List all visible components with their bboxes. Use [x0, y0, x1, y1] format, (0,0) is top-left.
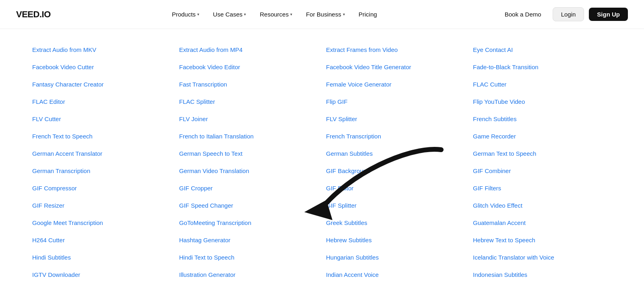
list-item[interactable]: Fantasy Character Creator — [28, 76, 175, 93]
list-item[interactable]: GIF Combiner — [469, 162, 616, 179]
list-item[interactable]: Game Recorder — [469, 128, 616, 145]
list-item[interactable]: Facebook Video Cutter — [28, 58, 175, 76]
nav-item-resources[interactable]: Resources▾ — [254, 8, 298, 21]
nav-item-products[interactable]: Products▾ — [166, 8, 205, 21]
list-item[interactable]: French Subtitles — [469, 110, 616, 128]
list-item[interactable]: Facebook Video Title Generator — [322, 58, 469, 76]
list-item[interactable]: Flip YouTube Video — [469, 93, 616, 110]
list-item[interactable]: German Accent Translator — [28, 145, 175, 162]
list-item[interactable]: GIF Filters — [469, 179, 616, 197]
list-item[interactable]: Hebrew Text to Speech — [469, 231, 616, 249]
list-item[interactable]: GIF Cropper — [175, 179, 322, 197]
list-item[interactable]: GIF Compressor — [28, 179, 175, 197]
list-item[interactable]: Eye Contact AI — [469, 41, 616, 58]
nav-item-pricing[interactable]: Pricing — [353, 8, 383, 21]
list-item[interactable]: GIF Splitter — [322, 197, 469, 214]
list-item[interactable]: Extract Frames from Video — [322, 41, 469, 58]
list-item[interactable]: GIF Background — [322, 162, 469, 179]
list-item[interactable]: GIF Editor — [322, 179, 469, 197]
login-button[interactable]: Login — [553, 7, 584, 21]
chevron-down-icon: ▾ — [290, 12, 292, 16]
header: VEED.IO Products▾Use Cases▾Resources▾For… — [0, 0, 644, 29]
list-item[interactable]: Hungarian Subtitles — [322, 249, 469, 266]
list-item[interactable]: Google Meet Transcription — [28, 214, 175, 231]
list-item[interactable]: Guatemalan Accent — [469, 214, 616, 231]
list-item[interactable]: IGTV Downloader — [28, 266, 175, 283]
list-item[interactable]: Illustration Generator — [175, 266, 322, 283]
list-item[interactable]: Female Voice Generator — [322, 76, 469, 93]
list-item[interactable]: FLAC Editor — [28, 93, 175, 110]
grid-column-4: Eye Contact AIFade-to-Black TransitionFL… — [469, 41, 616, 283]
nav-item-for-business[interactable]: For Business▾ — [300, 8, 351, 21]
main-nav: Products▾Use Cases▾Resources▾For Busines… — [166, 8, 383, 21]
list-item[interactable]: Hebrew Subtitles — [322, 231, 469, 249]
list-item[interactable]: FLAC Splitter — [175, 93, 322, 110]
list-item[interactable]: Facebook Video Editor — [175, 58, 322, 76]
list-item[interactable]: Extract Audio from MP4 — [175, 41, 322, 58]
nav-item-label: Products — [172, 11, 196, 18]
list-item[interactable]: FLV Cutter — [28, 110, 175, 128]
list-item[interactable]: Extract Audio from MKV — [28, 41, 175, 58]
list-item[interactable]: Hindi Text to Speech — [175, 249, 322, 266]
nav-item-label: Use Cases — [213, 11, 242, 18]
list-item[interactable]: Fast Transcription — [175, 76, 322, 93]
list-item[interactable]: Icelandic Translator with Voice — [469, 249, 616, 266]
main-content: Extract Audio from MKVFacebook Video Cut… — [0, 29, 644, 295]
list-item[interactable]: H264 Cutter — [28, 231, 175, 249]
list-item[interactable]: German Speech to Text — [175, 145, 322, 162]
list-item[interactable]: Fade-to-Black Transition — [469, 58, 616, 76]
list-item[interactable]: German Video Translation — [175, 162, 322, 179]
list-item[interactable]: Indian Accent Voice — [322, 266, 469, 283]
list-item[interactable]: Greek Subtitles — [322, 214, 469, 231]
list-item[interactable]: French Transcription — [322, 128, 469, 145]
list-item[interactable]: GIF Resizer — [28, 197, 175, 214]
grid-column-1: Extract Audio from MKVFacebook Video Cut… — [28, 41, 175, 283]
list-item[interactable]: Glitch Video Effect — [469, 197, 616, 214]
book-demo-button[interactable]: Book a Demo — [498, 8, 548, 21]
list-item[interactable]: GIF Speed Changer — [175, 197, 322, 214]
signup-button[interactable]: Sign Up — [589, 8, 628, 21]
grid-column-3: Extract Frames from VideoFacebook Video … — [322, 41, 469, 283]
list-item[interactable]: GoToMeeting Transcription — [175, 214, 322, 231]
logo: VEED.IO — [16, 9, 51, 20]
list-item[interactable]: FLV Splitter — [322, 110, 469, 128]
list-item[interactable]: German Text to Speech — [469, 145, 616, 162]
list-item[interactable]: Indonesian Subtitles — [469, 266, 616, 283]
nav-item-label: For Business — [306, 11, 341, 18]
list-item[interactable]: Hindi Subtitles — [28, 249, 175, 266]
chevron-down-icon: ▾ — [244, 12, 246, 16]
list-item[interactable]: German Subtitles — [322, 145, 469, 162]
list-item[interactable]: Hashtag Generator — [175, 231, 322, 249]
nav-item-use-cases[interactable]: Use Cases▾ — [207, 8, 252, 21]
list-item[interactable]: Flip GIF — [322, 93, 469, 110]
header-actions: Book a Demo Login Sign Up — [498, 7, 628, 21]
chevron-down-icon: ▾ — [343, 12, 345, 16]
list-item[interactable]: German Transcription — [28, 162, 175, 179]
nav-item-label: Pricing — [359, 11, 377, 18]
list-item[interactable]: FLV Joiner — [175, 110, 322, 128]
links-grid: Extract Audio from MKVFacebook Video Cut… — [28, 41, 616, 283]
list-item[interactable]: FLAC Cutter — [469, 76, 616, 93]
chevron-down-icon: ▾ — [197, 12, 199, 16]
list-item[interactable]: French Text to Speech — [28, 128, 175, 145]
grid-column-2: Extract Audio from MP4Facebook Video Edi… — [175, 41, 322, 283]
nav-item-label: Resources — [260, 11, 289, 18]
list-item[interactable]: French to Italian Translation — [175, 128, 322, 145]
